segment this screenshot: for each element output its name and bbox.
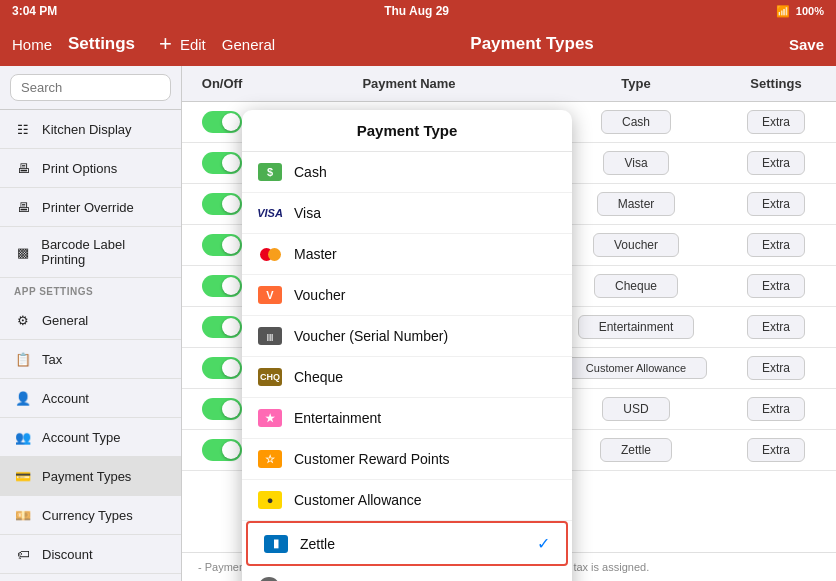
type-master[interactable]: Master [556, 192, 716, 216]
visa-icon: VISA [258, 204, 282, 222]
dropdown-item-label: Master [294, 246, 337, 262]
type-cash[interactable]: Cash [556, 110, 716, 134]
settings-master[interactable]: Extra [716, 192, 836, 216]
settings-label: Settings [68, 34, 135, 54]
dropdown-item-entertainment[interactable]: ★ Entertainment [242, 398, 572, 439]
home-button[interactable]: Home [12, 36, 52, 53]
header-type: Type [556, 76, 716, 91]
settings-cash[interactable]: Extra [716, 110, 836, 134]
edit-button[interactable]: Edit [180, 36, 206, 53]
account-type-icon: 👥 [14, 428, 32, 446]
settings-entertainment[interactable]: Extra [716, 315, 836, 339]
selected-checkmark: ✓ [537, 534, 550, 553]
dropdown-item-label: Customer Reward Points [294, 451, 450, 467]
tyro-icon: T [258, 577, 280, 581]
master-icon [258, 245, 282, 263]
payment-types-icon: 💳 [14, 467, 32, 485]
dropdown-item-label: Visa [294, 205, 321, 221]
add-button[interactable]: + [159, 31, 172, 57]
allowance-icon: ● [258, 491, 282, 509]
voucher-serial-icon: ||| [258, 327, 282, 345]
save-button[interactable]: Save [789, 36, 824, 53]
sidebar: ☷ Kitchen Display 🖶 Print Options 🖶 Prin… [0, 66, 182, 581]
type-visa[interactable]: Visa [556, 151, 716, 175]
sidebar-item-account[interactable]: 👤 Account [0, 379, 181, 418]
dropdown-item-visa[interactable]: VISA Visa [242, 193, 572, 234]
wifi-icon: 📶 [776, 5, 790, 18]
app-settings-header: APP SETTINGS [0, 278, 181, 301]
settings-zettle[interactable]: Extra [716, 438, 836, 462]
dropdown-item-customer-allowance[interactable]: ● Customer Allowance [242, 480, 572, 521]
status-right: 📶 100% [776, 5, 824, 18]
search-input[interactable] [10, 74, 171, 101]
cash-icon: $ [258, 163, 282, 181]
dropdown-item-zettle[interactable]: ▮ Zettle ✓ [246, 521, 568, 566]
type-usd[interactable]: USD [556, 397, 716, 421]
dropdown-item-master[interactable]: Master [242, 234, 572, 275]
type-cheque[interactable]: Cheque [556, 274, 716, 298]
dropdown-item-label: Cheque [294, 369, 343, 385]
sidebar-item-kitchen-display[interactable]: ☷ Kitchen Display [0, 110, 181, 149]
header-payment-name: Payment Name [262, 76, 556, 91]
table-header: On/Off Payment Name Type Settings [182, 66, 836, 102]
dropdown-item-label: Voucher [294, 287, 345, 303]
print-options-icon: 🖶 [14, 159, 32, 177]
dropdown-item-voucher[interactable]: V Voucher [242, 275, 572, 316]
type-voucher[interactable]: Voucher [556, 233, 716, 257]
page-title: Payment Types [275, 34, 789, 54]
nav-bar: Home Settings + Edit General Payment Typ… [0, 22, 836, 66]
header-on-off: On/Off [182, 76, 262, 91]
type-zettle[interactable]: Zettle [556, 438, 716, 462]
barcode-label-printing-icon: ▩ [14, 243, 31, 261]
sidebar-item-printer-override[interactable]: 🖶 Printer Override [0, 188, 181, 227]
header-settings: Settings [716, 76, 836, 91]
dropdown-item-label: Voucher (Serial Number) [294, 328, 448, 344]
sidebar-item-discount[interactable]: 🏷 Discount [0, 535, 181, 574]
settings-cheque[interactable]: Extra [716, 274, 836, 298]
sidebar-item-general[interactable]: ⚙ General [0, 301, 181, 340]
settings-customer-allowance[interactable]: Extra [716, 356, 836, 380]
dropdown-item-customer-reward-points[interactable]: ☆ Customer Reward Points [242, 439, 572, 480]
status-bar: 3:04 PM Thu Aug 29 📶 100% [0, 0, 836, 22]
kitchen-display-icon: ☷ [14, 120, 32, 138]
status-time: 3:04 PM [12, 4, 57, 18]
dropdown-item-label: Customer Allowance [294, 492, 422, 508]
settings-visa[interactable]: Extra [716, 151, 836, 175]
cheque-icon: CHQ [258, 368, 282, 386]
tax-icon: 📋 [14, 350, 32, 368]
status-date: Thu Aug 29 [384, 4, 449, 18]
payment-type-dropdown: Payment Type $ Cash VISA Visa Master V V… [242, 110, 572, 581]
main-layout: ☷ Kitchen Display 🖶 Print Options 🖶 Prin… [0, 66, 836, 581]
sidebar-item-void-reason[interactable]: 🚫 Void Reason [0, 574, 181, 581]
account-icon: 👤 [14, 389, 32, 407]
currency-types-icon: 💴 [14, 506, 32, 524]
dropdown-item-voucher-serial[interactable]: ||| Voucher (Serial Number) [242, 316, 572, 357]
sidebar-item-barcode-label-printing[interactable]: ▩ Barcode Label Printing [0, 227, 181, 278]
type-entertainment[interactable]: Entertainment [556, 315, 716, 339]
dropdown-item-cash[interactable]: $ Cash [242, 152, 572, 193]
sidebar-item-payment-types[interactable]: 💳 Payment Types [0, 457, 181, 496]
sidebar-item-account-type[interactable]: 👥 Account Type [0, 418, 181, 457]
dropdown-item-cheque[interactable]: CHQ Cheque [242, 357, 572, 398]
settings-usd[interactable]: Extra [716, 397, 836, 421]
dropdown-item-label: Cash [294, 164, 327, 180]
reward-icon: ☆ [258, 450, 282, 468]
discount-icon: 🏷 [14, 545, 32, 563]
sidebar-item-currency-types[interactable]: 💴 Currency Types [0, 496, 181, 535]
zettle-icon: ▮ [264, 535, 288, 553]
dropdown-item-tyro-payments[interactable]: T Tyro Payments [242, 566, 572, 581]
sidebar-item-print-options[interactable]: 🖶 Print Options [0, 149, 181, 188]
dropdown-title: Payment Type [242, 110, 572, 152]
voucher-icon: V [258, 286, 282, 304]
content-area: On/Off Payment Name Type Settings Cash C… [182, 66, 836, 581]
printer-override-icon: 🖶 [14, 198, 32, 216]
sidebar-item-tax[interactable]: 📋 Tax [0, 340, 181, 379]
dropdown-item-label: Entertainment [294, 410, 381, 426]
general-breadcrumb[interactable]: General [222, 36, 275, 53]
entertainment-icon: ★ [258, 409, 282, 427]
sidebar-search-container [0, 66, 181, 110]
dropdown-item-label: Zettle [300, 536, 335, 552]
general-icon: ⚙ [14, 311, 32, 329]
type-customer-allowance[interactable]: Customer Allowance [556, 357, 716, 379]
settings-voucher[interactable]: Extra [716, 233, 836, 257]
